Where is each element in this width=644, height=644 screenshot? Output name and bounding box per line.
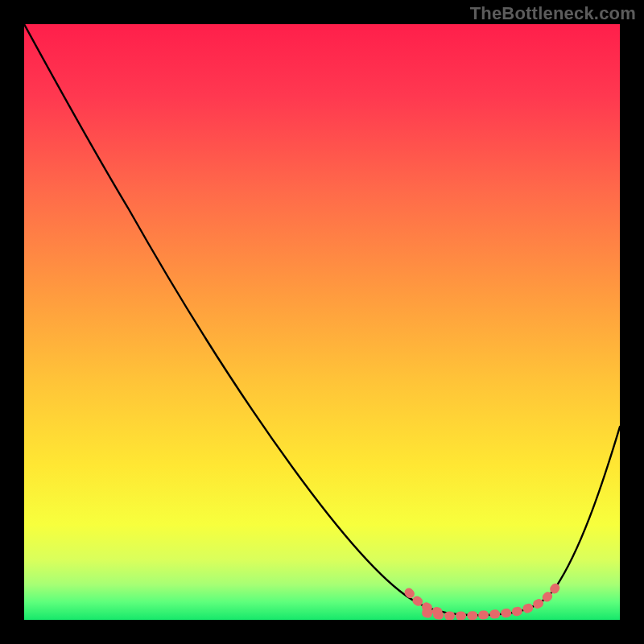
watermark-text: TheBottleneck.com bbox=[470, 3, 636, 24]
curve-layer bbox=[24, 24, 620, 620]
highlight-segment bbox=[409, 588, 555, 616]
bottleneck-curve bbox=[24, 24, 620, 615]
plot-area bbox=[24, 24, 620, 620]
chart-frame: TheBottleneck.com bbox=[0, 0, 644, 644]
